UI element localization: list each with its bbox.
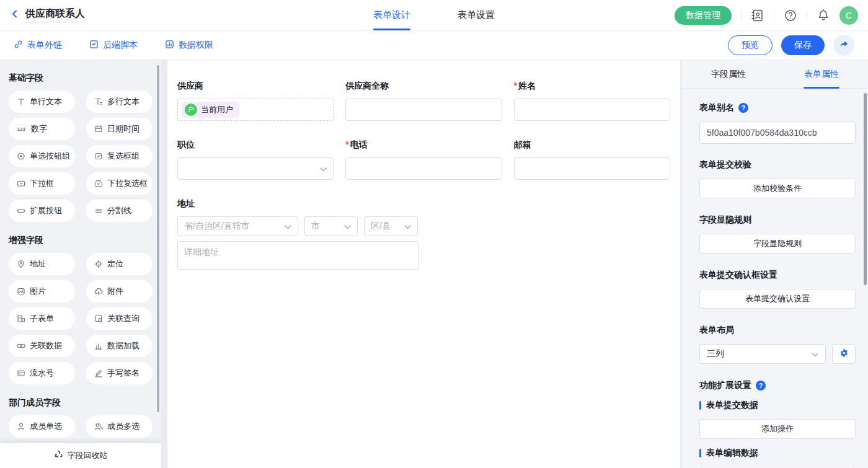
share-button[interactable] xyxy=(833,35,854,56)
divider xyxy=(807,11,807,20)
member-single-icon xyxy=(17,422,25,431)
field-type-data-load[interactable]: 数据加载 xyxy=(86,335,153,357)
field-type-select[interactable]: 下拉框 xyxy=(9,172,75,195)
field-type-serial-number[interactable]: 流水号 xyxy=(9,362,75,384)
location-icon xyxy=(94,260,103,268)
field-type-number[interactable]: 123 数字 xyxy=(9,118,75,140)
section-title-member-fields: 部门成员字段 xyxy=(9,397,153,408)
layout-select-value: 三列 xyxy=(707,348,724,360)
help-dot-icon[interactable]: ? xyxy=(738,103,748,113)
field-visibility-button[interactable]: 字段显隐规则 xyxy=(699,234,856,254)
data-permission-link[interactable]: 数据权限 xyxy=(165,40,213,51)
field-type-multi-select[interactable]: 下拉复选框 xyxy=(86,172,153,195)
data-manage-button[interactable]: 数据管理 xyxy=(675,6,732,25)
tab-form-properties[interactable]: 表单属性 xyxy=(775,60,868,88)
radio-group-icon xyxy=(17,152,25,161)
field-recycle-bin[interactable]: 字段回收站 xyxy=(0,443,161,468)
tag-label: 当前用户 xyxy=(201,104,233,115)
field-type-extend-button[interactable]: 扩展按钮 xyxy=(9,200,75,222)
field-type-member-single[interactable]: 成员单选 xyxy=(9,415,75,438)
field-type-label: 多行文本 xyxy=(107,96,140,107)
sidebar-scrollbar[interactable] xyxy=(157,65,159,412)
help-circle-icon[interactable] xyxy=(784,9,797,22)
multi-select-icon xyxy=(94,179,103,188)
field-type-divider[interactable]: 分割线 xyxy=(86,200,153,222)
form-row: 供应商 户 当前用户 供应商全称 *姓名 xyxy=(177,81,670,121)
field-name[interactable]: *姓名 xyxy=(514,81,670,121)
properties-panel: 字段属性 表单属性 表单别名 ? 表单提交校验 添加校验条件 字段显隐规则 字段… xyxy=(682,60,868,468)
number-icon: 123 xyxy=(17,125,27,133)
help-dot-icon[interactable]: ? xyxy=(756,381,766,391)
field-type-linked-query[interactable]: 关联查询 xyxy=(86,307,153,330)
field-type-label: 单选按钮组 xyxy=(30,151,70,162)
svg-text:123: 123 xyxy=(17,126,26,132)
page-title[interactable]: 供应商联系人 xyxy=(25,8,85,22)
field-type-single-line-text[interactable]: 单行文本 xyxy=(9,91,75,113)
extension-settings-label: 功能扩展设置 xyxy=(699,380,751,391)
phone-input[interactable] xyxy=(345,157,502,180)
tab-field-properties[interactable]: 字段属性 xyxy=(682,60,775,88)
address-detail-textarea[interactable]: 详细地址 xyxy=(177,241,419,270)
field-supplier-full-name[interactable]: 供应商全称 xyxy=(345,81,502,121)
field-address[interactable]: 地址 省/自治区/直辖市 市 区/县 详细地址 xyxy=(177,198,419,270)
group-accent-bar xyxy=(699,401,701,410)
city-select[interactable]: 市 xyxy=(304,216,358,236)
supplier-input[interactable]: 户 当前用户 xyxy=(177,99,334,121)
address-book-icon[interactable] xyxy=(751,9,764,22)
back-button[interactable] xyxy=(10,9,19,21)
field-type-checkbox-group[interactable]: 复选框组 xyxy=(86,145,153,167)
divider-icon xyxy=(94,206,103,215)
preview-button[interactable]: 预览 xyxy=(728,35,773,55)
field-type-address[interactable]: 地址 xyxy=(9,253,75,275)
province-select[interactable]: 省/自治区/直辖市 xyxy=(177,216,298,236)
email-input[interactable] xyxy=(514,157,670,180)
field-type-image[interactable]: 图片 xyxy=(9,280,75,302)
backend-script-link[interactable]: 后端脚本 xyxy=(89,40,138,51)
required-mark: * xyxy=(514,81,517,92)
field-phone[interactable]: *电话 xyxy=(345,139,502,180)
datetime-icon xyxy=(94,125,103,133)
section-title-basic-fields: 基础字段 xyxy=(9,73,153,84)
field-type-datetime[interactable]: 日期时间 xyxy=(86,118,153,140)
field-type-subform[interactable]: 子表单 xyxy=(9,307,75,330)
group-accent-bar xyxy=(699,449,701,457)
tab-label: 表单设计 xyxy=(373,9,410,21)
field-email[interactable]: 邮箱 xyxy=(514,139,670,180)
field-type-linked-data[interactable]: 关联数据 xyxy=(9,335,75,357)
field-library-sidebar: 基础字段 单行文本 多行文本 123 数字 日期时间 单选按钮组 xyxy=(0,60,161,468)
add-submit-action-button[interactable]: 添加操作 xyxy=(699,419,856,439)
current-user-tag[interactable]: 户 当前用户 xyxy=(182,102,239,118)
field-type-location[interactable]: 定位 xyxy=(86,253,153,275)
group-label-text: 表单编辑数据 xyxy=(706,448,758,459)
field-supplier[interactable]: 供应商 户 当前用户 xyxy=(177,81,334,121)
field-type-multi-line-text[interactable]: 多行文本 xyxy=(86,91,153,113)
avatar[interactable]: C xyxy=(839,6,858,25)
chevron-down-icon xyxy=(404,221,411,231)
field-type-attachment[interactable]: 附件 xyxy=(86,280,153,302)
permission-square-icon xyxy=(165,40,174,51)
field-type-label: 数据加载 xyxy=(107,340,140,351)
field-type-radio-group[interactable]: 单选按钮组 xyxy=(9,145,75,167)
form-alias-input[interactable] xyxy=(699,121,856,144)
field-label-text: 姓名 xyxy=(518,81,536,92)
layout-select[interactable]: 三列 xyxy=(699,344,826,364)
panel-scrollbar[interactable] xyxy=(864,93,867,285)
save-button[interactable]: 保存 xyxy=(781,35,825,55)
tab-form-design[interactable]: 表单设计 xyxy=(373,0,410,30)
name-input[interactable] xyxy=(514,99,670,121)
add-validation-button[interactable]: 添加校验条件 xyxy=(699,179,856,198)
field-position[interactable]: 职位 xyxy=(177,139,334,180)
submit-confirm-button[interactable]: 表单提交确认设置 xyxy=(699,289,856,309)
edit-data-group-label: 表单编辑数据 xyxy=(699,448,856,459)
position-select[interactable] xyxy=(177,157,334,180)
tab-form-settings[interactable]: 表单设置 xyxy=(458,0,495,30)
form-external-link[interactable]: 表单外链 xyxy=(14,40,62,51)
section-title-enhanced-fields: 增强字段 xyxy=(9,235,153,246)
field-type-signature[interactable]: 手写签名 xyxy=(86,362,153,384)
field-type-member-multi[interactable]: 成员多选 xyxy=(86,415,153,438)
layout-settings-button[interactable] xyxy=(832,344,856,364)
district-select[interactable]: 区/县 xyxy=(364,216,418,236)
supplier-full-name-input[interactable] xyxy=(345,99,502,121)
bell-icon[interactable] xyxy=(817,9,830,22)
panel-body: 表单别名 ? 表单提交校验 添加校验条件 字段显隐规则 字段显隐规则 表单提交确… xyxy=(682,89,868,468)
